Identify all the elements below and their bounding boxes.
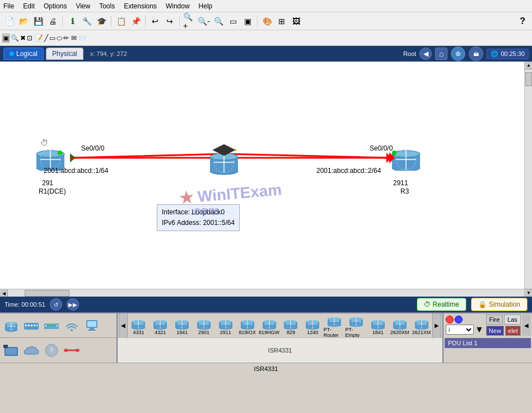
menu-tools[interactable]: Tools — [99, 2, 115, 10]
device-row-bottom: ISR4331 — [118, 338, 442, 363]
svg-point-44 — [71, 329, 73, 331]
tab-physical[interactable]: Physical — [46, 48, 83, 60]
device-item-2620xm[interactable]: 2620XM — [389, 316, 410, 335]
scroll-thumb[interactable] — [525, 72, 532, 86]
device-item-1941[interactable]: 1941 — [171, 316, 193, 335]
device-item-pt-empty[interactable]: PT-Empty — [346, 313, 367, 338]
device-item-2901[interactable]: 2901 — [193, 316, 215, 335]
router-r3[interactable] — [389, 143, 423, 172]
coords-display: x: 794, y: 272 — [90, 50, 127, 57]
pdu-select[interactable]: i — [446, 325, 474, 335]
device-item-819iox[interactable]: 819IOX — [236, 316, 258, 335]
pdu-color-red[interactable] — [446, 316, 454, 323]
activity-btn[interactable]: 🔧 — [80, 15, 94, 28]
home-btn[interactable]: ⌂ — [435, 48, 447, 60]
pencil-btn[interactable]: ✏ — [63, 34, 69, 42]
cat-hub-icon[interactable] — [43, 317, 60, 335]
pdu-collapse-btn[interactable]: ◀ — [522, 315, 531, 336]
pdu-list-btn[interactable]: PDU List 1 — [445, 338, 531, 348]
device-item-2911[interactable]: 2911 — [214, 316, 236, 335]
envelope-btn[interactable]: 📨 — [78, 34, 86, 42]
simulation-btn[interactable]: 🔒 Simulation — [471, 298, 528, 311]
canvas-area[interactable]: ▲ ▼ ◀ ▶ ⏱ Se0/0/0 2001:abcd:abcd::1 — [0, 62, 532, 297]
new-btn[interactable]: 📄 — [2, 15, 16, 28]
cat-wireless-icon[interactable] — [63, 317, 81, 335]
pdu-delete-btn[interactable]: elet — [505, 326, 521, 336]
device-item-2621xm[interactable]: 2621XM — [410, 316, 432, 335]
grid-btn[interactable]: ⊞ — [275, 15, 288, 28]
print-btn[interactable]: 🖨 — [46, 15, 59, 28]
device-scroll-right[interactable]: ▶ — [432, 313, 441, 338]
device-item-pt-router[interactable]: PT-Router — [324, 313, 346, 338]
pdu-color-blue[interactable] — [455, 316, 463, 323]
router-r2[interactable] — [207, 144, 241, 177]
device-item-829[interactable]: 829 — [280, 316, 302, 335]
undo-btn[interactable]: ↩ — [148, 15, 162, 28]
zoom-reset-btn[interactable]: 🔍 — [212, 15, 225, 28]
image-btn[interactable]: 🖼 — [290, 15, 303, 28]
clock-icon: ⏱ — [40, 138, 48, 147]
copy-btn[interactable]: 📋 — [114, 15, 128, 28]
tab-logical[interactable]: Logical — [3, 48, 44, 60]
scroll-up-btn[interactable]: ▲ — [525, 62, 532, 69]
device-scroll-left[interactable]: ◀ — [119, 313, 128, 338]
forward-time-btn[interactable]: ▶▶ — [67, 298, 79, 311]
scroll-down-btn[interactable]: ▼ — [525, 289, 532, 297]
forward-btn[interactable]: ⊕ — [451, 46, 465, 61]
info-btn[interactable]: ℹ — [66, 15, 79, 28]
device-item-4331[interactable]: 4331 — [128, 316, 150, 335]
scrollbar-bottom: ◀ ▶ — [0, 289, 532, 297]
device-item-1240[interactable]: 1240 — [302, 316, 324, 335]
help-icon[interactable]: ? — [515, 16, 530, 26]
scrollbar-right: ▲ ▼ — [524, 62, 532, 297]
menu-help[interactable]: Help — [199, 2, 213, 10]
device-item-4321[interactable]: 4321 — [150, 316, 171, 335]
back-btn[interactable]: ◀ — [419, 48, 432, 60]
line-btn[interactable]: ╱ — [44, 34, 48, 42]
ellipse-btn[interactable]: ⬭ — [57, 34, 62, 42]
sep2 — [111, 16, 111, 27]
reset-time-btn[interactable]: ↺ — [50, 298, 62, 311]
pdu-dropdown-btn[interactable]: ▼ — [475, 325, 484, 335]
cat-router-icon[interactable] — [2, 317, 20, 335]
select-btn[interactable]: ▣ — [2, 34, 10, 43]
cat-pc-icon[interactable] — [83, 317, 101, 335]
svg-rect-41 — [52, 325, 53, 326]
menu-edit[interactable]: Edit — [23, 2, 35, 10]
menu-extensions[interactable]: Extensions — [124, 2, 157, 10]
image-nav-btn[interactable]: 🏔 — [469, 46, 483, 61]
cat-wan-icon[interactable] — [22, 341, 40, 359]
paste-btn[interactable]: 📌 — [129, 15, 142, 28]
cat-security-icon[interactable] — [2, 341, 20, 359]
realtime-btn[interactable]: ⏱ Realtime — [417, 298, 466, 311]
zoom-out-btn[interactable]: 🔍- — [197, 15, 211, 28]
note-btn[interactable]: 📝 — [35, 34, 43, 42]
menu-file[interactable]: File — [3, 2, 14, 10]
draw-rect-btn[interactable]: ▭ — [226, 15, 240, 28]
pdu-new-btn[interactable]: New — [486, 326, 504, 336]
device-item-819hgw[interactable]: 819HGW — [258, 316, 280, 335]
device-item-1841[interactable]: 1841 — [367, 316, 389, 335]
scroll-left-btn[interactable]: ◀ — [0, 289, 8, 297]
menu-view[interactable]: View — [76, 2, 90, 10]
email-btn[interactable]: ✉ — [71, 34, 77, 42]
menu-window[interactable]: Window — [166, 2, 190, 10]
cat-switch-icon[interactable] — [22, 317, 40, 335]
open-btn[interactable]: 📂 — [17, 15, 30, 28]
hscroll-thumb[interactable] — [25, 290, 69, 297]
wizard-btn[interactable]: 🎓 — [95, 15, 108, 28]
palette-btn[interactable]: 🎨 — [260, 15, 274, 28]
pdu-fire-btn[interactable]: Fire — [486, 315, 503, 325]
cat-custom-icon[interactable]: ? — [43, 341, 60, 359]
menu-options[interactable]: Options — [44, 2, 67, 10]
save-btn[interactable]: 💾 — [31, 15, 45, 28]
zoom-in-btn[interactable]: 🔍+ — [183, 15, 196, 28]
draw-poly-btn[interactable]: ▣ — [241, 15, 254, 28]
redo-btn[interactable]: ↪ — [163, 15, 176, 28]
move-btn[interactable]: 🔍 — [11, 34, 19, 42]
r3-interface-label: Se0/0/0 — [370, 144, 393, 152]
multiselect-btn[interactable]: ⊡ — [27, 34, 32, 42]
delete-btn[interactable]: ✖ — [20, 34, 26, 42]
rect-btn[interactable]: ▭ — [49, 34, 55, 42]
cat-connections-icon[interactable] — [63, 341, 81, 359]
